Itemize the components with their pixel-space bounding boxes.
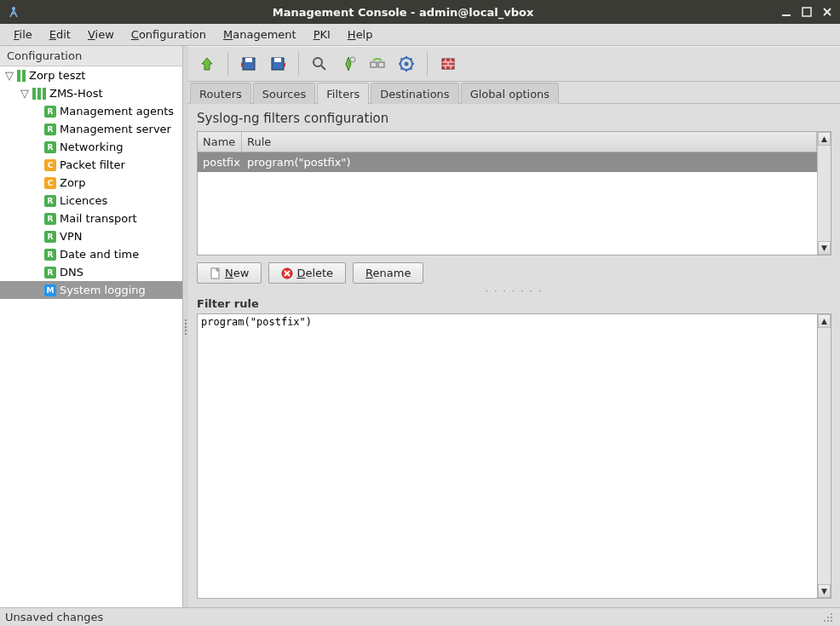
svg-rect-6 <box>274 58 281 62</box>
window-title: Management Console - admin@local_vbox <box>26 6 780 19</box>
scroll-up-icon[interactable]: ▲ <box>818 314 831 328</box>
svg-point-19 <box>824 620 826 622</box>
menu-management[interactable]: Management <box>216 26 303 43</box>
table-scrollbar[interactable]: ▲ ▼ <box>817 132 831 255</box>
menu-file[interactable]: File <box>7 26 39 43</box>
menubar: File Edit View Configuration Management … <box>0 24 840 46</box>
column-name[interactable]: Name <box>198 132 242 152</box>
menu-configuration[interactable]: Configuration <box>124 26 213 43</box>
save-all-button[interactable] <box>266 52 290 76</box>
sidebar-item-licences[interactable]: RLicences <box>0 192 182 210</box>
up-level-button[interactable] <box>195 52 219 76</box>
resize-grip-icon[interactable] <box>821 611 835 624</box>
svg-point-16 <box>831 613 832 615</box>
scroll-down-icon[interactable]: ▼ <box>818 241 831 255</box>
module-icon: C <box>44 159 56 171</box>
sidebar-item-mail-transport[interactable]: RMail transport <box>0 210 182 227</box>
sidebar-item-label: Packet filter <box>60 158 125 171</box>
sidebar-item-label: Zorp <box>60 176 85 189</box>
tab-bar: Routers Sources Filters Destinations Glo… <box>188 82 840 104</box>
tree-host[interactable]: ▽ ZMS-Host <box>0 84 182 102</box>
tab-destinations[interactable]: Destinations <box>371 83 458 104</box>
sidebar-item-management-server[interactable]: RManagement server <box>0 120 182 138</box>
sidebar-item-packet-filter[interactable]: CPacket filter <box>0 156 182 174</box>
close-button[interactable] <box>821 6 833 18</box>
module-icon: R <box>44 141 56 153</box>
menu-edit[interactable]: Edit <box>43 26 78 43</box>
sidebar-item-label: Management agents <box>60 105 174 118</box>
sidebar-item-label: Licences <box>60 194 107 207</box>
table-buttons: New Delete Rename <box>197 262 831 284</box>
configuration-tree[interactable]: ▽ Zorp teszt ▽ ZMS-Host RManagement agen… <box>0 66 182 607</box>
sidebar-item-label: Management server <box>60 123 171 135</box>
sidebar-item-management-agents[interactable]: RManagement agents <box>0 102 182 120</box>
sidebar-item-label: Date and time <box>60 248 139 261</box>
module-icon: R <box>44 249 56 261</box>
titlebar: Management Console - admin@local_vbox <box>0 0 840 24</box>
svg-point-12 <box>405 62 409 66</box>
minimize-button[interactable] <box>780 6 792 18</box>
sidebar-item-dns[interactable]: RDNS <box>0 263 182 281</box>
editor-scrollbar[interactable]: ▲ ▼ <box>817 314 831 598</box>
sidebar-item-label: VPN <box>60 230 82 243</box>
menu-help[interactable]: Help <box>341 26 380 43</box>
module-icon: R <box>44 267 56 279</box>
filters-table: Name Rule postfix program("postfix") ▲ ▼ <box>197 131 831 256</box>
svg-point-17 <box>827 617 829 618</box>
save-button[interactable] <box>237 52 261 76</box>
tree-toggle-icon[interactable]: ▽ <box>5 72 14 80</box>
sidebar-item-date-and-time[interactable]: RDate and time <box>0 245 182 263</box>
module-icon: R <box>44 231 56 243</box>
site-icon <box>17 70 26 82</box>
toolbar <box>188 46 840 82</box>
settings-button[interactable] <box>394 52 418 76</box>
tab-filters[interactable]: Filters <box>317 83 369 104</box>
filter-rule-editor[interactable] <box>198 314 817 598</box>
content-title: Syslog-ng filters configuration <box>188 104 840 131</box>
search-button[interactable] <box>308 52 331 76</box>
sidebar-item-zorp[interactable]: CZorp <box>0 174 182 192</box>
svg-point-8 <box>350 57 355 62</box>
table-row[interactable]: postfix program("postfix") <box>198 152 817 172</box>
column-rule[interactable]: Rule <box>242 132 817 152</box>
tree-root[interactable]: ▽ Zorp teszt <box>0 66 182 84</box>
tree-toggle-icon[interactable]: ▽ <box>20 89 29 98</box>
maximize-button[interactable] <box>801 6 813 18</box>
new-icon <box>210 267 222 279</box>
sidebar-item-networking[interactable]: RNetworking <box>0 138 182 156</box>
firewall-button[interactable] <box>436 52 460 76</box>
splitter-horizontal[interactable]: · · · · · · · <box>188 287 840 294</box>
table-header: Name Rule <box>198 132 817 152</box>
tab-global-options[interactable]: Global options <box>461 83 559 104</box>
module-icon: C <box>44 177 56 189</box>
new-button[interactable]: New <box>197 262 262 284</box>
delete-icon <box>281 267 293 279</box>
rename-button[interactable]: Rename <box>353 262 423 284</box>
scroll-up-icon[interactable]: ▲ <box>818 132 831 146</box>
sidebar-item-vpn[interactable]: RVPN <box>0 227 182 245</box>
svg-rect-2 <box>803 8 811 16</box>
tree-label: Zorp teszt <box>29 69 85 82</box>
menu-pki[interactable]: PKI <box>307 26 337 43</box>
svg-point-21 <box>831 620 832 622</box>
delete-button[interactable]: Delete <box>268 262 346 284</box>
validate-button[interactable] <box>337 52 360 76</box>
svg-point-20 <box>827 620 829 622</box>
svg-point-0 <box>12 7 15 10</box>
svg-rect-10 <box>378 62 384 67</box>
sidebar-item-label: Mail transport <box>60 212 137 225</box>
cell-name: postfix <box>198 152 242 172</box>
menu-view[interactable]: View <box>81 26 121 43</box>
sidebar-item-label: System logging <box>60 284 146 296</box>
main-panel: Routers Sources Filters Destinations Glo… <box>188 46 840 607</box>
module-icon: R <box>44 123 56 135</box>
sidebar-item-label: DNS <box>60 266 83 279</box>
sidebar-item-label: Networking <box>60 141 123 153</box>
sidebar-header: Configuration <box>0 46 182 66</box>
tab-routers[interactable]: Routers <box>190 83 251 104</box>
sidebar-item-system-logging[interactable]: MSystem logging <box>0 281 182 299</box>
tab-sources[interactable]: Sources <box>253 83 315 104</box>
deploy-button[interactable] <box>365 52 389 76</box>
table-body[interactable]: postfix program("postfix") <box>198 152 817 255</box>
scroll-down-icon[interactable]: ▼ <box>818 584 831 598</box>
